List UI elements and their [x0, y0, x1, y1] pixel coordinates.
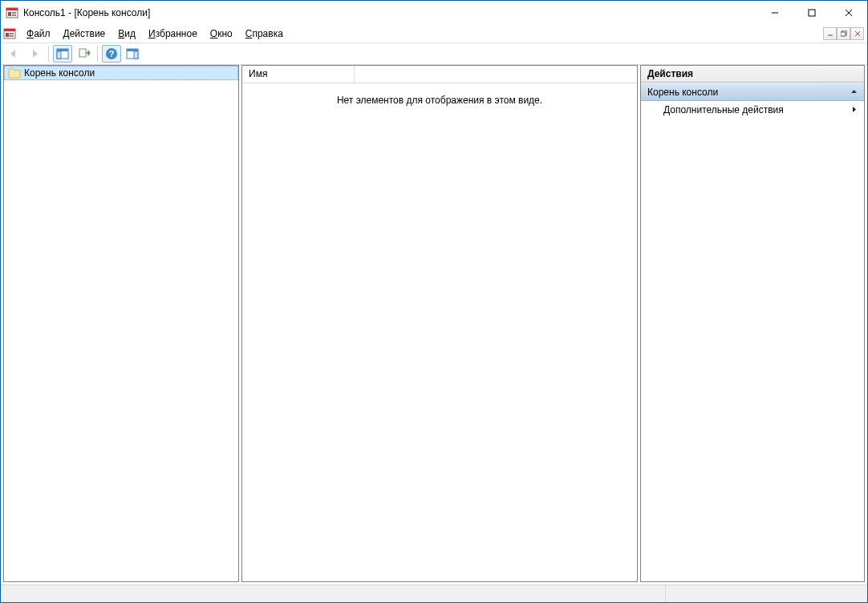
toolbar-separator [48, 46, 49, 62]
statusbar [1, 585, 867, 602]
minimize-button[interactable] [756, 1, 793, 24]
titlebar: Консоль1 - [Корень консоли] [1, 1, 867, 25]
show-hide-tree-button[interactable] [53, 45, 72, 63]
menu-favorites[interactable]: Избранное [142, 26, 204, 41]
svg-text:?: ? [109, 49, 115, 59]
svg-rect-22 [79, 49, 86, 57]
svg-rect-1 [6, 8, 18, 10]
window-controls [756, 1, 867, 24]
menu-window[interactable]: Окно [204, 26, 239, 41]
tree-root-label: Корень консоли [24, 67, 95, 79]
menu-view[interactable]: Вид [112, 26, 142, 41]
svg-rect-12 [10, 33, 14, 34]
export-list-button[interactable] [74, 45, 93, 63]
actions-group-title[interactable]: Корень консоли [641, 83, 864, 101]
mdi-restore-button[interactable] [837, 27, 850, 40]
tree-pane[interactable]: Корень консоли [3, 65, 239, 582]
svg-rect-2 [8, 12, 11, 16]
toolbar-separator [97, 46, 98, 62]
main-area: Корень консоли Имя Нет элементов для ото… [1, 65, 867, 585]
actions-group-label: Корень консоли [647, 87, 718, 98]
svg-rect-21 [57, 51, 61, 59]
collapse-icon [850, 87, 858, 98]
list-header: Имя [242, 66, 637, 83]
svg-rect-3 [12, 12, 16, 14]
help-button[interactable]: ? [102, 45, 121, 63]
menu-action[interactable]: Действие [57, 26, 112, 41]
close-button[interactable] [830, 1, 867, 24]
menu-file[interactable]: Файл [20, 26, 57, 41]
svg-rect-10 [4, 29, 15, 31]
actions-more-item[interactable]: Дополнительные действия [641, 101, 864, 119]
svg-rect-27 [134, 51, 138, 59]
svg-rect-4 [12, 14, 16, 16]
status-segment [1, 585, 666, 602]
folder-icon [8, 67, 21, 79]
chevron-right-icon [851, 104, 858, 115]
app-icon [6, 6, 18, 19]
tree-root-item[interactable]: Корень консоли [4, 66, 238, 80]
svg-rect-11 [6, 33, 9, 37]
status-segment [666, 585, 867, 602]
show-hide-action-pane-button[interactable] [123, 45, 142, 63]
mdi-controls [823, 27, 864, 40]
svg-rect-6 [809, 10, 815, 16]
menu-help[interactable]: Справка [239, 26, 290, 41]
maximize-button[interactable] [793, 1, 830, 24]
svg-rect-13 [10, 35, 14, 37]
toolbar: ? [1, 43, 867, 65]
mdi-app-icon [2, 27, 17, 40]
list-empty-message: Нет элементов для отображения в этом вид… [242, 83, 637, 106]
back-button[interactable] [4, 45, 23, 63]
column-name[interactable]: Имя [242, 66, 355, 83]
window-title: Консоль1 - [Корень консоли] [23, 7, 150, 18]
mdi-minimize-button[interactable] [823, 27, 837, 40]
forward-button[interactable] [25, 45, 44, 63]
svg-rect-16 [841, 32, 846, 36]
menubar: Файл Действие Вид Избранное Окно Справка [1, 25, 867, 43]
actions-more-label: Дополнительные действия [663, 104, 784, 115]
list-pane[interactable]: Имя Нет элементов для отображения в этом… [241, 65, 638, 582]
actions-header: Действия [641, 66, 864, 83]
mdi-close-button[interactable] [850, 27, 864, 40]
actions-pane: Действия Корень консоли Дополнительные д… [640, 65, 865, 582]
